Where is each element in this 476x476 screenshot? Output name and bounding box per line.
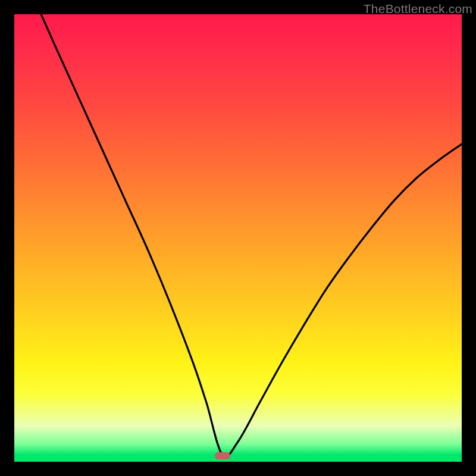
chart-frame — [14, 14, 462, 462]
bottleneck-curve — [14, 14, 462, 462]
minimum-marker — [215, 452, 230, 459]
